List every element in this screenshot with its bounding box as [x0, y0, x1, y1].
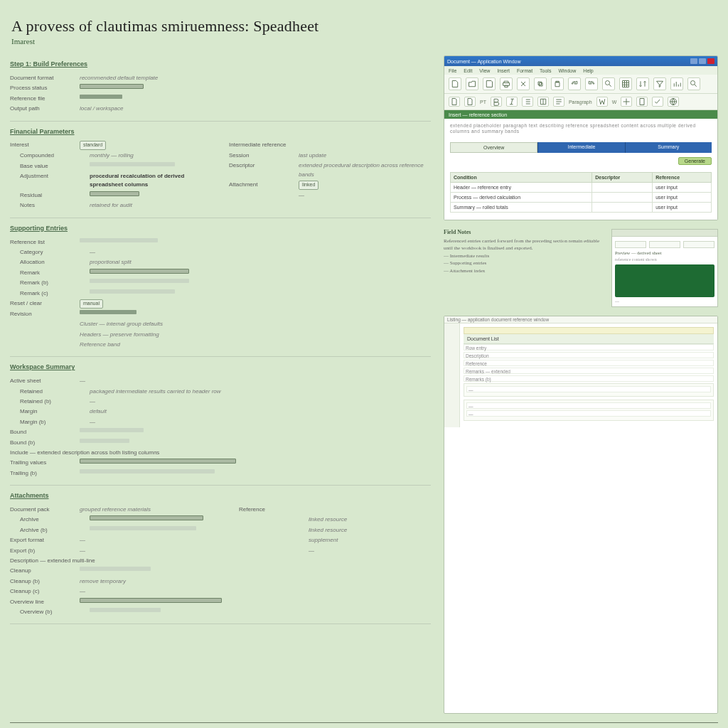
- find-icon[interactable]: [687, 77, 700, 90]
- open-icon[interactable]: [466, 77, 478, 90]
- save-icon[interactable]: [483, 77, 496, 90]
- ribbon-primary[interactable]: [444, 75, 717, 94]
- app-titlebar: Document — Application Window: [444, 56, 717, 66]
- table-cell: [592, 192, 653, 202]
- field-row: Base value: [10, 162, 212, 171]
- menu-item[interactable]: Format: [517, 68, 532, 73]
- print-icon[interactable]: [500, 77, 513, 90]
- menu-item[interactable]: Tools: [540, 68, 551, 73]
- ribbon-label: W: [612, 100, 617, 105]
- pg-icon[interactable]: [636, 97, 648, 107]
- list-item[interactable]: —: [466, 410, 711, 417]
- field-value: monthly — rolling: [90, 151, 134, 160]
- field-value: remove temporary: [80, 577, 126, 586]
- thumb-col: [649, 241, 680, 248]
- note-line: — Intermediate results: [444, 252, 606, 260]
- field-row: Archive (b): [10, 526, 222, 535]
- menu-item[interactable]: Edit: [464, 68, 472, 73]
- gl-icon[interactable]: [668, 97, 679, 107]
- field-row: Export (b)—: [10, 547, 222, 555]
- list-item[interactable]: Remarks — extended: [464, 368, 714, 374]
- tab-summary[interactable]: Summary: [625, 142, 712, 153]
- menu-bar[interactable]: FileEditViewInsertFormatToolsWindowHelp: [444, 66, 717, 75]
- redo-icon[interactable]: [585, 77, 598, 90]
- thumb-col: [683, 241, 714, 248]
- thumb-columns: [615, 241, 714, 248]
- field-row: Cluster — internal group defaults: [10, 320, 212, 328]
- field-value: recommended default template: [80, 74, 158, 82]
- value-bar-icon: [80, 439, 129, 443]
- field-row: Active sheet—: [10, 377, 236, 385]
- copy-icon[interactable]: [534, 77, 547, 90]
- value-bar-icon: [80, 469, 215, 473]
- field-value: —: [90, 248, 95, 257]
- field-label: Bound (b): [10, 439, 74, 447]
- chart-icon[interactable]: [670, 77, 683, 90]
- field-value: Cluster — internal group defaults: [80, 320, 163, 328]
- sp-icon[interactable]: [621, 97, 632, 107]
- menu-item[interactable]: View: [479, 68, 490, 73]
- menu-item[interactable]: Insert: [497, 68, 510, 73]
- generate-button[interactable]: Generate: [678, 157, 712, 165]
- table-cell: Process — derived calculation: [451, 192, 592, 202]
- col-icon[interactable]: [537, 97, 549, 107]
- ribbon-label: Paragraph: [569, 100, 592, 105]
- w-icon[interactable]: [596, 97, 608, 107]
- list-item[interactable]: —: [466, 402, 711, 409]
- menu-item[interactable]: Help: [583, 68, 593, 73]
- note-line: — Attachment index: [444, 267, 606, 275]
- value-bar-icon: [90, 515, 203, 520]
- menu-item[interactable]: Window: [558, 68, 576, 73]
- field-label: Reference: [239, 505, 303, 514]
- filter-icon[interactable]: [653, 77, 666, 90]
- list-item[interactable]: Remarks (b): [464, 375, 714, 382]
- value-bar-icon: [80, 459, 236, 464]
- ital-icon[interactable]: [506, 97, 518, 107]
- zoom-icon[interactable]: [602, 77, 615, 90]
- tab-overview[interactable]: Overview: [450, 142, 537, 153]
- field-value: —: [299, 191, 304, 200]
- minimize-icon[interactable]: [690, 58, 697, 64]
- ok-icon[interactable]: [652, 97, 663, 107]
- field-label: Overview (b): [10, 608, 84, 616]
- doc-paragraph: extended placeholder paragraph text desc…: [450, 123, 712, 135]
- footer-rule: [10, 722, 718, 723]
- txt-icon[interactable]: [553, 97, 564, 107]
- tab-intermediate[interactable]: Intermediate: [537, 142, 624, 153]
- list-item[interactable]: Description: [464, 352, 714, 358]
- table-header: Reference: [653, 172, 712, 182]
- undo-icon[interactable]: [568, 77, 581, 90]
- field-row: Process status: [10, 84, 212, 92]
- field-label: Session: [229, 151, 293, 160]
- list-item[interactable]: —: [466, 386, 711, 392]
- ul-icon[interactable]: [522, 97, 533, 107]
- doc-icon[interactable]: [449, 97, 460, 107]
- listing-sidebar[interactable]: [444, 323, 460, 427]
- field-value: procedural recalculation of derived spre…: [90, 172, 212, 190]
- close-icon[interactable]: [707, 58, 714, 64]
- sort-icon[interactable]: [636, 77, 649, 90]
- pdf-icon[interactable]: [464, 97, 476, 107]
- field-label: Document pack: [10, 505, 74, 514]
- field-value: supplement: [309, 536, 338, 545]
- listing-heading: Document List: [464, 334, 714, 344]
- bold-icon[interactable]: [491, 97, 502, 107]
- ribbon-secondary[interactable]: PTParagraphW: [444, 94, 717, 110]
- list-item[interactable]: Row entry: [464, 344, 714, 350]
- field-row: Document packgrouped reference materials: [10, 505, 222, 514]
- screenshot-thumb: Preview — derived sheet reference conten…: [611, 229, 718, 307]
- paste-icon[interactable]: [551, 77, 564, 90]
- doc-table: ConditionDescriptorReferenceHeader — ref…: [450, 172, 712, 213]
- maximize-icon[interactable]: [699, 58, 706, 64]
- field-label: Margin (b): [10, 418, 84, 427]
- field-row: Export format—: [10, 536, 222, 545]
- field-label: Include — extended description across bo…: [10, 449, 159, 457]
- menu-item[interactable]: File: [449, 68, 456, 73]
- grid-icon[interactable]: [619, 77, 632, 90]
- doc-tabs[interactable]: OverviewIntermediateSummary: [450, 142, 712, 153]
- field-label: Interest: [10, 141, 74, 149]
- new-icon[interactable]: [449, 77, 461, 90]
- window-buttons[interactable]: [690, 58, 714, 64]
- list-item[interactable]: Reference: [464, 360, 714, 366]
- cut-icon[interactable]: [517, 77, 530, 90]
